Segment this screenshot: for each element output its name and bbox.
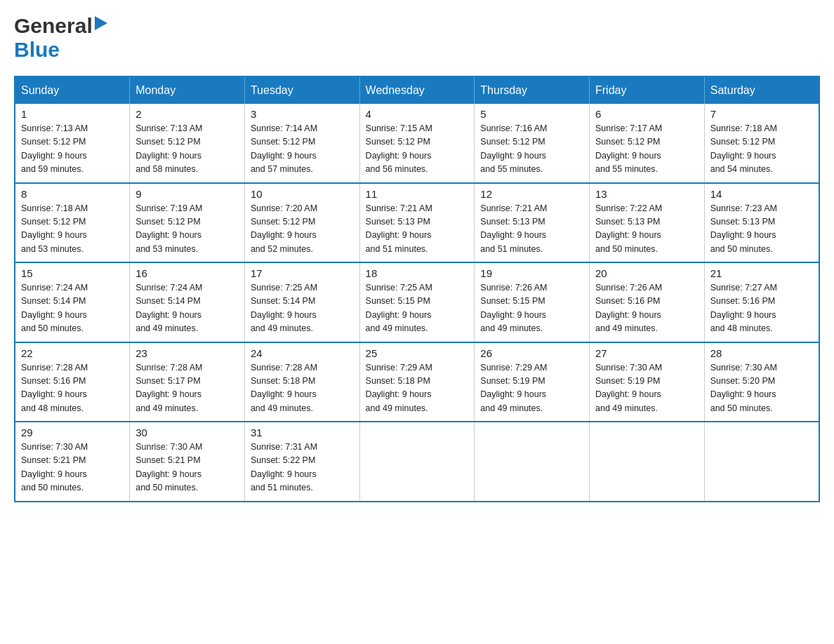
calendar-cell: 11 Sunrise: 7:21 AMSunset: 5:13 PMDaylig… [359,183,475,263]
calendar-cell: 16 Sunrise: 7:24 AMSunset: 5:14 PMDaylig… [130,262,245,342]
calendar-cell: 6 Sunrise: 7:17 AMSunset: 5:12 PMDayligh… [590,104,705,183]
day-info: Sunrise: 7:18 AMSunset: 5:12 PMDaylight:… [21,202,124,257]
calendar-cell: 19 Sunrise: 7:26 AMSunset: 5:15 PMDaylig… [475,262,590,342]
calendar-cell [359,422,475,502]
weekday-header-tuesday: Tuesday [244,76,359,104]
day-info: Sunrise: 7:13 AMSunset: 5:12 PMDaylight:… [21,122,124,177]
day-number: 26 [480,347,583,359]
calendar-week-row: 29 Sunrise: 7:30 AMSunset: 5:21 PMDaylig… [15,422,819,502]
day-number: 16 [135,267,239,279]
day-number: 17 [251,267,354,279]
day-info: Sunrise: 7:24 AMSunset: 5:14 PMDaylight:… [135,281,239,336]
weekday-header-wednesday: Wednesday [359,76,475,104]
day-info: Sunrise: 7:21 AMSunset: 5:13 PMDaylight:… [480,202,583,257]
calendar-cell: 30 Sunrise: 7:30 AMSunset: 5:21 PMDaylig… [130,422,245,502]
day-number: 28 [710,347,813,359]
day-number: 11 [366,188,469,200]
calendar-cell: 26 Sunrise: 7:29 AMSunset: 5:19 PMDaylig… [475,342,590,422]
calendar-cell: 8 Sunrise: 7:18 AMSunset: 5:12 PMDayligh… [15,183,130,263]
logo-blue-text: Blue [14,38,60,61]
day-number: 13 [595,188,699,200]
day-info: Sunrise: 7:30 AMSunset: 5:21 PMDaylight:… [21,441,124,495]
calendar-cell: 1 Sunrise: 7:13 AMSunset: 5:12 PMDayligh… [15,104,130,183]
day-info: Sunrise: 7:25 AMSunset: 5:15 PMDaylight:… [366,281,469,336]
day-number: 18 [366,267,469,279]
calendar-cell: 3 Sunrise: 7:14 AMSunset: 5:12 PMDayligh… [244,104,359,183]
weekday-header-saturday: Saturday [704,76,819,104]
calendar-cell: 15 Sunrise: 7:24 AMSunset: 5:14 PMDaylig… [15,262,130,342]
calendar-cell: 5 Sunrise: 7:16 AMSunset: 5:12 PMDayligh… [475,104,590,183]
weekday-header-friday: Friday [590,76,705,104]
calendar-week-row: 15 Sunrise: 7:24 AMSunset: 5:14 PMDaylig… [15,262,819,342]
logo-arrow-icon [95,16,107,33]
day-number: 19 [480,267,583,279]
day-number: 24 [251,347,354,359]
logo-general-text: General [14,14,93,38]
calendar-cell: 29 Sunrise: 7:30 AMSunset: 5:21 PMDaylig… [15,422,130,502]
day-number: 3 [251,108,354,120]
calendar-cell: 13 Sunrise: 7:22 AMSunset: 5:13 PMDaylig… [590,183,705,263]
day-number: 20 [595,267,699,279]
day-info: Sunrise: 7:20 AMSunset: 5:12 PMDaylight:… [251,202,354,257]
calendar-cell [704,422,819,502]
day-info: Sunrise: 7:30 AMSunset: 5:21 PMDaylight:… [135,441,239,495]
weekday-header-sunday: Sunday [15,76,130,104]
calendar-cell: 22 Sunrise: 7:28 AMSunset: 5:16 PMDaylig… [15,342,130,422]
day-number: 4 [366,108,469,120]
day-info: Sunrise: 7:23 AMSunset: 5:13 PMDaylight:… [710,202,813,257]
calendar-cell: 4 Sunrise: 7:15 AMSunset: 5:12 PMDayligh… [359,104,475,183]
day-info: Sunrise: 7:31 AMSunset: 5:22 PMDaylight:… [251,441,354,495]
calendar-cell: 10 Sunrise: 7:20 AMSunset: 5:12 PMDaylig… [244,183,359,263]
logo: General Blue [14,14,107,62]
day-number: 9 [135,188,239,200]
day-info: Sunrise: 7:28 AMSunset: 5:16 PMDaylight:… [21,361,124,416]
day-number: 12 [480,188,583,200]
calendar-cell [590,422,705,502]
day-number: 5 [480,108,583,120]
calendar-cell: 7 Sunrise: 7:18 AMSunset: 5:12 PMDayligh… [704,104,819,183]
day-info: Sunrise: 7:28 AMSunset: 5:17 PMDaylight:… [135,361,239,416]
day-number: 23 [135,347,239,359]
day-info: Sunrise: 7:29 AMSunset: 5:18 PMDaylight:… [366,361,469,416]
day-info: Sunrise: 7:17 AMSunset: 5:12 PMDaylight:… [595,122,699,177]
calendar-cell: 27 Sunrise: 7:30 AMSunset: 5:19 PMDaylig… [590,342,705,422]
calendar-cell: 28 Sunrise: 7:30 AMSunset: 5:20 PMDaylig… [704,342,819,422]
day-number: 21 [710,267,813,279]
weekday-header-thursday: Thursday [475,76,590,104]
day-number: 31 [251,427,354,438]
calendar-cell: 9 Sunrise: 7:19 AMSunset: 5:12 PMDayligh… [130,183,245,263]
calendar-cell: 23 Sunrise: 7:28 AMSunset: 5:17 PMDaylig… [130,342,245,422]
day-number: 7 [710,108,813,120]
day-number: 25 [366,347,469,359]
day-number: 22 [21,347,124,359]
day-info: Sunrise: 7:19 AMSunset: 5:12 PMDaylight:… [135,202,239,257]
calendar-cell: 24 Sunrise: 7:28 AMSunset: 5:18 PMDaylig… [244,342,359,422]
day-info: Sunrise: 7:26 AMSunset: 5:16 PMDaylight:… [595,281,699,336]
calendar-cell: 25 Sunrise: 7:29 AMSunset: 5:18 PMDaylig… [359,342,475,422]
day-number: 8 [21,188,124,200]
day-info: Sunrise: 7:24 AMSunset: 5:14 PMDaylight:… [21,281,124,336]
day-info: Sunrise: 7:30 AMSunset: 5:20 PMDaylight:… [710,361,813,416]
day-info: Sunrise: 7:29 AMSunset: 5:19 PMDaylight:… [480,361,583,416]
calendar-cell: 14 Sunrise: 7:23 AMSunset: 5:13 PMDaylig… [704,183,819,263]
day-number: 29 [21,427,124,438]
day-info: Sunrise: 7:13 AMSunset: 5:12 PMDaylight:… [135,122,239,177]
svg-marker-0 [95,16,107,30]
weekday-header-row: SundayMondayTuesdayWednesdayThursdayFrid… [15,76,819,104]
calendar-week-row: 1 Sunrise: 7:13 AMSunset: 5:12 PMDayligh… [15,104,819,183]
day-number: 10 [251,188,354,200]
calendar-cell: 17 Sunrise: 7:25 AMSunset: 5:14 PMDaylig… [244,262,359,342]
day-info: Sunrise: 7:21 AMSunset: 5:13 PMDaylight:… [366,202,469,257]
calendar-week-row: 22 Sunrise: 7:28 AMSunset: 5:16 PMDaylig… [15,342,819,422]
day-info: Sunrise: 7:30 AMSunset: 5:19 PMDaylight:… [595,361,699,416]
day-number: 27 [595,347,699,359]
day-number: 15 [21,267,124,279]
calendar-cell: 2 Sunrise: 7:13 AMSunset: 5:12 PMDayligh… [130,104,245,183]
calendar-week-row: 8 Sunrise: 7:18 AMSunset: 5:12 PMDayligh… [15,183,819,263]
calendar-cell: 31 Sunrise: 7:31 AMSunset: 5:22 PMDaylig… [244,422,359,502]
day-number: 2 [135,108,239,120]
day-info: Sunrise: 7:15 AMSunset: 5:12 PMDaylight:… [366,122,469,177]
page-header: General Blue [14,14,820,62]
calendar-cell: 12 Sunrise: 7:21 AMSunset: 5:13 PMDaylig… [475,183,590,263]
day-number: 1 [21,108,124,120]
